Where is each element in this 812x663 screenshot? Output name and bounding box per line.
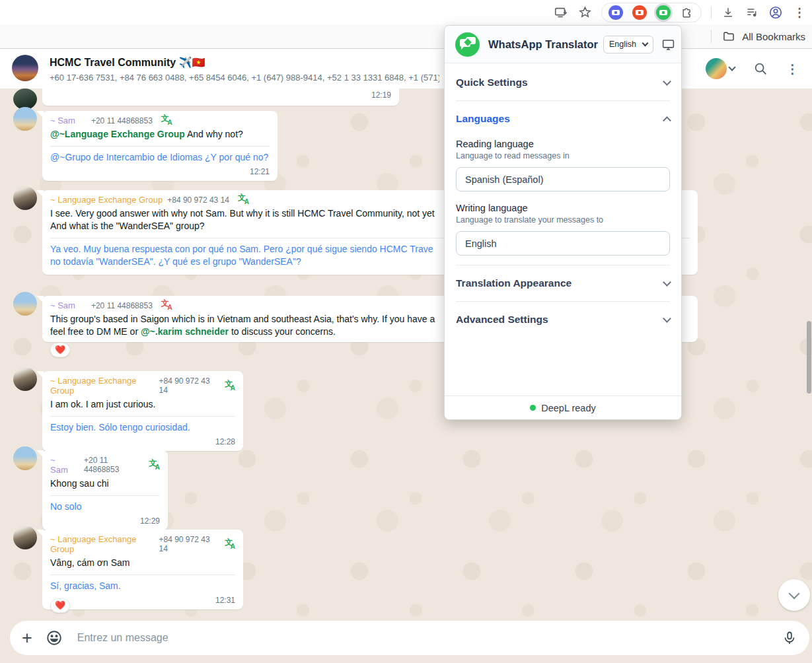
message-bubble: ~ Sam +20 11 44868853 文A Khong sau chi N…	[42, 450, 168, 530]
scroll-to-bottom-button[interactable]	[778, 579, 810, 611]
avatar-sam[interactable]	[13, 446, 37, 470]
message-bubble: ~ Language Exchange Group +84 90 972 43 …	[42, 530, 243, 610]
message-bubble: ~ Sam +20 11 44868853 文A @~Language Exch…	[42, 111, 277, 181]
chat-area: 12:19 ~ Sam +20 11 44868853 文A @~Languag…	[0, 88, 812, 663]
display-mode-icon[interactable]	[661, 38, 675, 52]
message-bubble: ~ Language Exchange Group +84 90 972 43 …	[42, 371, 243, 451]
profile-icon[interactable]	[768, 5, 783, 20]
chevron-down-icon	[642, 40, 648, 47]
mention-link[interactable]: @~Language Exchange Group	[50, 129, 185, 139]
translate-icon[interactable]: 文A	[225, 381, 235, 391]
ui-language-value: English	[609, 40, 636, 49]
sender-name[interactable]: ~ Language Exchange Group	[50, 376, 155, 396]
scrollbar-thumb[interactable]	[807, 321, 811, 394]
quick-settings-label: Quick Settings	[456, 77, 528, 88]
translate-icon[interactable]: 文A	[238, 195, 249, 205]
translation-divider	[50, 146, 270, 147]
translator-logo-icon	[455, 32, 480, 57]
group-avatar[interactable]	[12, 55, 38, 81]
bookmark-star-icon[interactable]	[577, 5, 592, 20]
browser-toolbar: ⋮	[0, 0, 812, 24]
popup-body: Quick Settings Languages Reading languag…	[445, 63, 681, 397]
extensions-puzzle-icon[interactable]	[680, 5, 694, 20]
quick-settings-section[interactable]: Quick Settings	[456, 74, 670, 91]
blue-extension-icon[interactable]	[609, 5, 623, 20]
message-time: 12:19	[50, 90, 391, 100]
chevron-down-icon	[789, 588, 800, 599]
chevron-down-icon	[663, 314, 671, 323]
message-translation: Sí, gracias, Sam.	[50, 580, 235, 592]
divider	[456, 100, 670, 101]
extensions-pill	[601, 3, 702, 22]
browser-menu-dots-icon[interactable]: ⋮	[792, 5, 807, 20]
mic-icon[interactable]	[782, 630, 797, 646]
mention-link[interactable]: @~.karim schneider	[141, 326, 229, 337]
translate-icon[interactable]: 文A	[149, 460, 160, 470]
heart-reaction[interactable]: ❤️	[50, 343, 70, 357]
attach-plus-icon[interactable]: +	[22, 629, 32, 647]
message-text: Khong sau chi	[50, 477, 160, 490]
languages-section[interactable]: Languages	[456, 110, 670, 127]
avatar-language-exchange[interactable]	[13, 367, 37, 391]
whatsapp-translator-popup: WhatsApp Translator English Quick Settin…	[444, 25, 682, 420]
all-bookmarks-button[interactable]: All Bookmarks	[711, 24, 805, 48]
sender-name[interactable]: ~ Sam	[50, 455, 75, 475]
chat-title[interactable]: HCMC Travel Community ✈️🇻🇳	[50, 56, 205, 69]
reading-language-input[interactable]: Spanish (Español)	[456, 167, 670, 192]
folder-icon	[722, 30, 735, 43]
kebab-menu-icon[interactable]: ⋮	[786, 61, 799, 77]
avatar-sam[interactable]	[13, 107, 37, 131]
divider	[456, 301, 670, 302]
message-composer: + Entrez un message	[10, 621, 809, 655]
red-extension-icon[interactable]	[632, 5, 647, 20]
popup-footer: DeepL ready	[445, 396, 681, 419]
message-translation: Estoy bien. Sólo tengo curiosidad.	[50, 421, 235, 434]
save-to-device-icon[interactable]	[554, 5, 568, 20]
message-time: 12:28	[50, 437, 235, 446]
search-icon[interactable]	[753, 61, 768, 76]
sender-phone: +20 11 44868853	[91, 116, 153, 125]
chevron-down-icon	[663, 77, 671, 86]
languages-label: Languages	[456, 113, 510, 125]
advanced-settings-section[interactable]: Advanced Settings	[456, 311, 670, 328]
chevron-down-icon	[728, 63, 735, 71]
divider	[456, 265, 670, 265]
chevron-down-icon	[663, 278, 671, 287]
avatar-language-exchange[interactable]	[13, 186, 37, 210]
translation-appearance-section[interactable]: Translation Appearance	[456, 275, 670, 292]
chat-participants[interactable]: +60 17-636 7531, +84 76 663 0488, +65 84…	[50, 73, 439, 83]
account-avatar-dropdown[interactable]	[706, 58, 735, 79]
sender-name[interactable]: ~ Language Exchange Group	[50, 534, 155, 554]
avatar-language-exchange[interactable]	[13, 526, 37, 549]
translate-icon[interactable]: 文A	[225, 540, 235, 549]
message-translation: @~Grupo de Intercambio de Idiomas ¿Y por…	[50, 151, 270, 164]
avatar-sam[interactable]	[13, 292, 37, 316]
sender-phone: +84 90 972 43 14	[159, 376, 217, 395]
message-time: 12:29	[50, 516, 160, 526]
message-input[interactable]: Entrez un message	[77, 632, 782, 644]
writing-language-description: Language to translate your messages to	[456, 215, 670, 225]
writing-language-input[interactable]: English	[456, 231, 670, 256]
emoji-icon[interactable]	[46, 629, 63, 646]
message-translation: No solo	[50, 501, 160, 513]
popup-header: WhatsApp Translator English	[445, 26, 681, 63]
download-icon[interactable]	[721, 5, 735, 20]
sender-name[interactable]: ~ Sam	[50, 300, 75, 310]
sender-name[interactable]: ~ Language Exchange Group	[50, 195, 163, 205]
status-dot-icon	[530, 405, 536, 411]
green-extension-icon-active[interactable]	[656, 5, 671, 20]
translate-icon-error[interactable]: 文A	[161, 300, 172, 310]
translation-divider	[50, 575, 235, 575]
message-text: @~Language Exchange Group And why not?	[50, 128, 270, 141]
translate-icon[interactable]: 文A	[161, 116, 172, 125]
sender-name[interactable]: ~ Sam	[50, 116, 75, 125]
heart-reaction[interactable]: ❤️	[50, 598, 70, 613]
media-queue-icon[interactable]	[745, 5, 759, 20]
reading-language-description: Language to read messages in	[456, 151, 670, 160]
reading-language-label: Reading language	[456, 139, 670, 149]
status-text: DeepL ready	[541, 403, 596, 413]
popup-title: WhatsApp Translator	[488, 38, 598, 51]
ui-language-select[interactable]: English	[603, 36, 653, 53]
translation-divider	[50, 416, 235, 417]
translation-divider	[50, 495, 160, 496]
